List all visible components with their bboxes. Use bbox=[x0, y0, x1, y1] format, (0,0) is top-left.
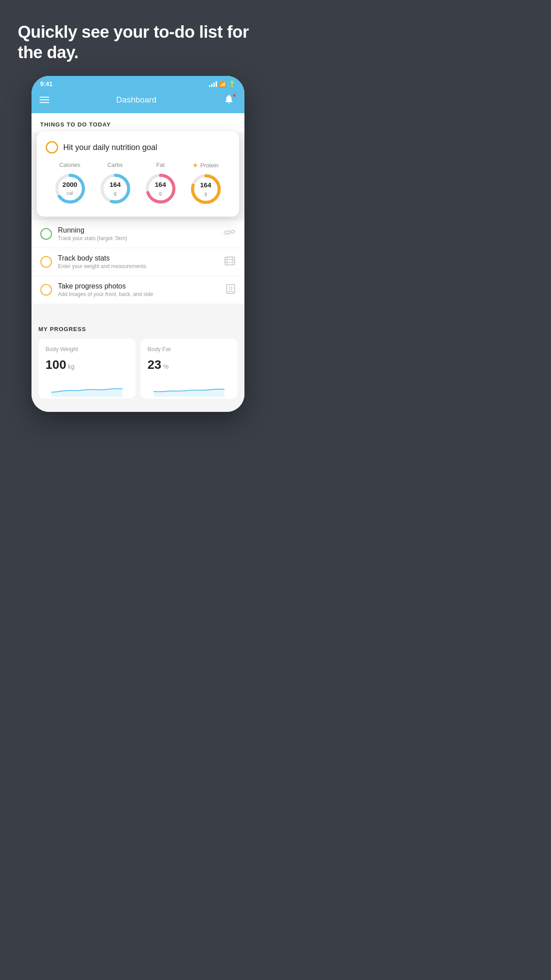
photos-check[interactable] bbox=[40, 284, 52, 296]
protein-unit: g bbox=[204, 190, 207, 196]
running-icon bbox=[223, 229, 236, 240]
bodystats-sub: Enter your weight and measurements bbox=[58, 263, 218, 269]
running-check[interactable] bbox=[40, 228, 52, 240]
body-fat-value: 23 bbox=[148, 358, 161, 372]
protein-label: ★ Protein bbox=[193, 162, 218, 169]
nutrition-card[interactable]: Hit your daily nutrition goal Calories 2… bbox=[37, 131, 239, 217]
nutrient-protein: ★ Protein 164 g bbox=[189, 162, 223, 206]
status-icons: 📶 🔋 bbox=[209, 81, 236, 87]
photos-icon bbox=[226, 284, 236, 296]
fat-unit: g bbox=[159, 190, 161, 195]
body-weight-card[interactable]: Body Weight 100 kg bbox=[39, 339, 135, 399]
app-header: Dashboard bbox=[31, 90, 244, 113]
fat-label: Fat bbox=[156, 162, 165, 168]
body-weight-value: 100 bbox=[46, 358, 67, 372]
calories-unit: cal bbox=[67, 190, 73, 195]
todo-item-running[interactable]: Running Track your stats (target: 5km) bbox=[31, 220, 244, 248]
fat-value: 164 bbox=[155, 181, 166, 189]
todo-list: Running Track your stats (target: 5km) T… bbox=[31, 220, 244, 304]
carbs-unit: g bbox=[114, 190, 116, 195]
progress-title: MY PROGRESS bbox=[39, 326, 237, 332]
nutrient-calories: Calories 2000 cal bbox=[53, 162, 87, 205]
running-name: Running bbox=[58, 226, 217, 234]
bottom-padding bbox=[31, 403, 244, 412]
header-title: Dashboard bbox=[116, 95, 157, 105]
notification-dot bbox=[232, 94, 236, 97]
phone-mockup: 9:41 📶 🔋 Dashboard THINGS TO bbox=[31, 76, 244, 412]
things-title: THINGS TO DO TODAY bbox=[31, 113, 244, 132]
carbs-label: Carbs bbox=[107, 162, 123, 168]
battery-icon: 🔋 bbox=[228, 81, 236, 87]
nutrient-fat: Fat 164 g bbox=[144, 162, 177, 205]
star-icon: ★ bbox=[193, 162, 198, 169]
carbs-donut: 164 g bbox=[98, 172, 132, 205]
calories-value: 2000 bbox=[63, 181, 77, 189]
protein-donut: 164 g bbox=[189, 172, 223, 206]
app-content: THINGS TO DO TODAY Hit your daily nutrit… bbox=[31, 113, 244, 412]
hamburger-menu[interactable] bbox=[39, 97, 49, 103]
hero-title: Quickly see your to-do list for the day. bbox=[0, 0, 276, 76]
body-weight-title: Body Weight bbox=[46, 346, 128, 352]
bodystats-name: Track body stats bbox=[58, 254, 218, 262]
fat-donut: 164 g bbox=[144, 172, 177, 205]
todo-item-bodystats[interactable]: Track body stats Enter your weight and m… bbox=[31, 248, 244, 276]
calories-donut: 2000 cal bbox=[53, 172, 87, 205]
nutrient-carbs: Carbs 164 g bbox=[98, 162, 132, 205]
body-fat-unit: % bbox=[163, 363, 169, 370]
body-fat-value-row: 23 % bbox=[148, 358, 230, 372]
hero-section: Quickly see your to-do list for the day. bbox=[0, 0, 276, 76]
calories-label: Calories bbox=[59, 162, 81, 168]
body-weight-unit: kg bbox=[68, 363, 75, 370]
carbs-value: 164 bbox=[110, 181, 121, 189]
protein-value: 164 bbox=[200, 182, 211, 189]
progress-cards: Body Weight 100 kg Body Fat 23 % bbox=[39, 339, 237, 399]
body-fat-card[interactable]: Body Fat 23 % bbox=[141, 339, 237, 399]
body-fat-title: Body Fat bbox=[148, 346, 230, 352]
spacer bbox=[31, 304, 244, 317]
time-display: 9:41 bbox=[40, 80, 53, 87]
things-section: THINGS TO DO TODAY bbox=[31, 113, 244, 132]
nutrition-check-circle[interactable] bbox=[46, 141, 58, 154]
todo-item-photos[interactable]: Take progress photos Add images of your … bbox=[31, 276, 244, 304]
notification-bell[interactable] bbox=[224, 94, 236, 106]
nutrition-circles: Calories 2000 cal Carbs bbox=[46, 162, 230, 206]
status-bar: 9:41 📶 🔋 bbox=[31, 76, 244, 90]
svg-rect-8 bbox=[225, 257, 235, 265]
bodystats-icon bbox=[224, 256, 236, 268]
running-sub: Track your stats (target: 5km) bbox=[58, 235, 217, 241]
card-title-row: Hit your daily nutrition goal bbox=[46, 141, 230, 154]
body-weight-sparkline bbox=[46, 379, 128, 397]
signal-icon bbox=[209, 81, 217, 87]
body-weight-value-row: 100 kg bbox=[46, 358, 128, 372]
nutrition-card-title: Hit your daily nutrition goal bbox=[63, 143, 157, 152]
svg-point-14 bbox=[229, 287, 232, 289]
progress-section: MY PROGRESS Body Weight 100 kg Body Fat bbox=[31, 317, 244, 403]
photos-name: Take progress photos bbox=[58, 282, 220, 290]
photos-sub: Add images of your front, back, and side bbox=[58, 291, 220, 297]
body-fat-sparkline bbox=[148, 379, 230, 397]
wifi-icon: 📶 bbox=[219, 81, 226, 87]
bodystats-check[interactable] bbox=[40, 256, 52, 268]
